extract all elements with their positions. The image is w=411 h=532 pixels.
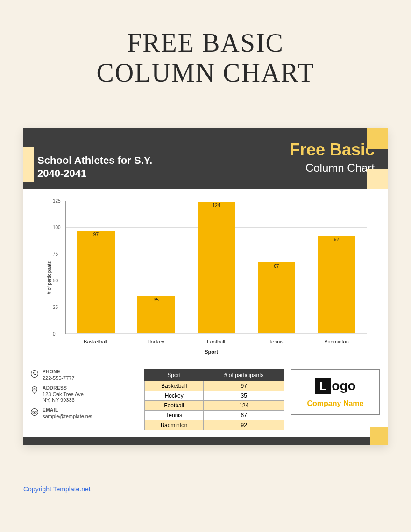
bar-slot: 67 <box>252 201 300 333</box>
table-header-participants: # of participants <box>204 370 284 381</box>
phone-icon <box>30 370 39 378</box>
page-title-line2: COLUMN CHART <box>96 58 314 87</box>
table-row: Basketball97 <box>145 381 284 391</box>
cell-participants: 97 <box>204 381 284 391</box>
accent-left-block <box>23 147 34 182</box>
contact-block: PHONE 222-555-7777 ADDRESS 123 Oak Tree … <box>30 369 138 430</box>
bar-value-label: 97 <box>93 232 99 237</box>
address-label: ADDRESS <box>43 385 84 391</box>
copyright-link[interactable]: Copyright Template.net <box>23 485 91 493</box>
phone-value: 222-555-7777 <box>43 375 75 381</box>
data-table: Sport # of participants Basketball97Hock… <box>144 369 284 430</box>
email-label: EMAIL <box>43 407 92 413</box>
logo-word: ogo <box>332 378 355 393</box>
accent-square-top <box>367 128 388 149</box>
y-tick: 75 <box>53 252 58 257</box>
svg-point-2 <box>31 409 38 416</box>
x-axis-label: Sport <box>51 349 371 355</box>
y-tick: 0 <box>53 331 56 336</box>
logo-mark: Logo <box>315 378 355 394</box>
logo-letter-box: L <box>315 378 331 394</box>
x-category-label: Football <box>192 339 240 344</box>
plot-area: 97351246792 0255075100125 <box>65 201 367 334</box>
svg-point-0 <box>31 371 38 378</box>
template-card: School Athletes for S.Y. 2040-2041 Free … <box>23 128 388 445</box>
email-value: sample@template.net <box>43 413 92 419</box>
accent-square-bottom <box>367 169 388 189</box>
cell-sport: Hockey <box>145 391 204 401</box>
bar <box>77 231 114 333</box>
bar <box>318 236 355 333</box>
footer-strip <box>23 437 388 445</box>
table-row: Tennis67 <box>145 411 284 420</box>
table-row: Hockey35 <box>145 391 284 401</box>
x-category-label: Badminton <box>312 339 361 344</box>
template-title-line1: Free Basic <box>290 140 375 160</box>
x-category-label: Basketball <box>71 339 120 344</box>
template-title: Free Basic Column Chart <box>290 140 375 175</box>
x-category-label: Hockey <box>132 339 180 344</box>
y-tick: 125 <box>53 198 61 203</box>
bottom-row: PHONE 222-555-7777 ADDRESS 123 Oak Tree … <box>23 364 388 437</box>
column-chart: # of participants 97351246792 0255075100… <box>51 201 371 355</box>
address-line2: NY, NY 99336 <box>43 397 84 403</box>
address-icon <box>30 386 39 394</box>
phone-label: PHONE <box>43 369 75 374</box>
bar <box>198 202 235 333</box>
bar-slot: 97 <box>72 201 120 333</box>
template-title-line2: Column Chart <box>290 161 375 175</box>
dataset-subtitle: School Athletes for S.Y. 2040-2041 <box>37 154 159 180</box>
bars-container: 97351246792 <box>66 201 367 333</box>
table-row: Badminton92 <box>145 420 284 430</box>
cell-participants: 124 <box>204 401 284 411</box>
bar-slot: 124 <box>192 201 240 333</box>
cell-sport: Badminton <box>145 420 204 430</box>
cell-sport: Football <box>145 401 204 411</box>
x-category-label: Tennis <box>252 339 300 344</box>
x-categories: BasketballHockeyFootballTennisBadminton <box>65 339 367 344</box>
page-title-line1: FREE BASIC <box>127 28 284 57</box>
table-row: Football124 <box>145 401 284 411</box>
svg-point-1 <box>34 388 35 390</box>
cell-participants: 92 <box>204 420 284 430</box>
address-line1: 123 Oak Tree Ave <box>43 392 84 397</box>
page-title: FREE BASIC COLUMN CHART <box>0 0 411 88</box>
cell-participants: 67 <box>204 411 284 420</box>
bar-value-label: 92 <box>334 237 339 242</box>
bar-slot: 92 <box>312 201 361 333</box>
bar-value-label: 67 <box>274 264 279 269</box>
bar-value-label: 124 <box>213 203 220 208</box>
cell-sport: Tennis <box>145 411 204 420</box>
grid-line <box>66 333 367 334</box>
bar <box>258 262 295 333</box>
bar-slot: 35 <box>132 201 180 333</box>
company-name: Company Name <box>295 399 376 408</box>
bar-value-label: 35 <box>154 297 159 302</box>
y-tick: 25 <box>53 305 58 310</box>
y-tick: 100 <box>53 225 61 230</box>
y-axis-label: # of participants <box>47 261 52 294</box>
cell-sport: Basketball <box>145 381 204 391</box>
y-tick: 50 <box>53 278 58 283</box>
email-icon <box>30 408 39 416</box>
cell-participants: 35 <box>204 391 284 401</box>
logo-card: Logo Company Name <box>291 369 380 415</box>
header-band: School Athletes for S.Y. 2040-2041 Free … <box>23 128 388 189</box>
table-header-sport: Sport <box>145 370 204 381</box>
